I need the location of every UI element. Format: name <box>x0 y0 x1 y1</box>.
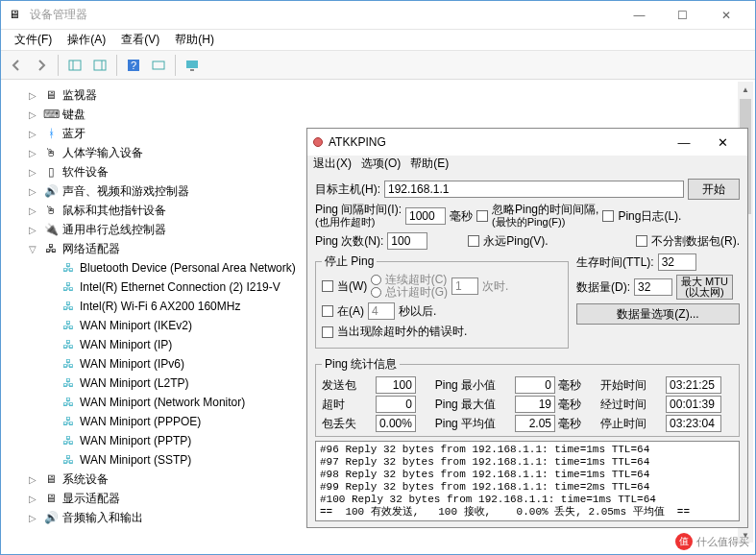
expand-icon[interactable]: ▷ <box>26 474 39 485</box>
host-input[interactable] <box>384 181 684 198</box>
expand-icon[interactable]: ▷ <box>26 205 39 216</box>
count-input[interactable] <box>387 232 427 250</box>
adapter-icon: 🖧 <box>61 414 76 429</box>
child-label: WAN Miniport (PPTP) <box>80 434 191 447</box>
min-val <box>515 376 555 394</box>
ignore-label: 忽略Ping的时间间隔, <box>492 203 598 216</box>
in-checkbox[interactable] <box>322 305 333 317</box>
adapter-icon: 🖧 <box>61 395 76 410</box>
max-val <box>515 396 555 413</box>
maximize-button[interactable]: ☐ <box>661 2 704 29</box>
menu-view[interactable]: 查看(V) <box>113 30 167 50</box>
timeout-val <box>376 396 416 413</box>
stop-fieldset: 停止 Ping 当(W) 连续超时(C) 总计超时(G) 次时. 在(A) 秒以… <box>315 253 569 349</box>
start-time-val <box>666 376 721 394</box>
svg-rect-0 <box>69 60 81 70</box>
adapter-icon: 🖧 <box>61 260 76 276</box>
stats-fieldset: Ping 统计信息 发送包 Ping 最小值 毫秒 开始时间 超时 Ping 最… <box>315 356 740 437</box>
in-label: 在(A) <box>337 303 364 320</box>
back-icon[interactable] <box>5 54 28 77</box>
elapsed-val <box>666 396 721 413</box>
expand-icon[interactable]: ▷ <box>26 494 39 504</box>
node-label: 软件设备 <box>62 164 109 181</box>
cont-radio[interactable] <box>371 275 381 285</box>
forever-label: 永远Ping(V). <box>483 233 548 250</box>
device-icon: 🖧 <box>43 241 59 256</box>
adapter-icon: 🖧 <box>61 452 76 468</box>
minimize-button[interactable]: — <box>618 2 661 29</box>
svg-rect-2 <box>94 60 106 70</box>
total-radio[interactable] <box>371 287 381 298</box>
forever-checkbox[interactable] <box>468 235 479 247</box>
start-button[interactable]: 开始 <box>688 179 740 200</box>
log-checkbox[interactable] <box>602 210 614 222</box>
adapter-icon: 🖧 <box>61 337 76 352</box>
nofrag-label: 不分割数据包(R). <box>651 233 740 250</box>
node-label: 人体学输入设备 <box>62 145 143 161</box>
avg-val <box>515 415 555 432</box>
max-mtu-button[interactable]: 最大 MTU(以太网) <box>676 275 733 300</box>
node-label: 通用串行总线控制器 <box>62 222 166 238</box>
expand-icon[interactable]: ▷ <box>26 225 39 235</box>
interval-input[interactable] <box>405 207 446 225</box>
expand-icon[interactable]: ▷ <box>26 90 39 101</box>
scan-icon[interactable] <box>147 54 170 77</box>
size-options-button[interactable]: 数据量选项(Z)... <box>576 303 740 325</box>
ping-log-output[interactable]: #96 Reply 32 bytes from 192.168.1.1: tim… <box>315 441 740 521</box>
ping-window: ATKKPING — ✕ 退出(X) 选项(O) 帮助(E) 目标主机(H): … <box>306 128 748 528</box>
menu-action[interactable]: 操作(A) <box>60 30 113 50</box>
device-icon: 🖥 <box>43 87 59 103</box>
timeout-label: 超时 <box>322 397 368 413</box>
monitor-icon[interactable] <box>181 54 204 77</box>
scroll-up-icon[interactable]: ▲ <box>738 82 753 97</box>
svg-rect-6 <box>153 61 164 69</box>
stop-legend: 停止 Ping <box>322 253 377 270</box>
expand-icon[interactable]: ▷ <box>26 109 39 120</box>
size-label: 数据量(D): <box>576 279 630 296</box>
times-input <box>451 278 478 295</box>
expand-icon[interactable]: ▷ <box>26 513 39 523</box>
expand-icon[interactable]: ▷ <box>26 148 39 158</box>
host-label: 目标主机(H): <box>315 181 380 198</box>
ttl-input[interactable] <box>658 253 696 271</box>
when-checkbox[interactable] <box>322 280 333 292</box>
other-err-checkbox[interactable] <box>322 326 333 338</box>
node-label: 声音、视频和游戏控制器 <box>62 183 189 200</box>
ping-menu-exit[interactable]: 退出(X) <box>313 156 352 175</box>
watermark-text: 什么值得买 <box>696 535 749 549</box>
tree-node[interactable]: ▷⌨键盘 <box>9 105 738 124</box>
ttl-label: 生存时间(TTL): <box>576 254 654 271</box>
expand-icon[interactable]: ▷ <box>26 167 39 178</box>
expand-icon[interactable]: ▷ <box>26 186 39 197</box>
expand-icon[interactable]: ▽ <box>26 244 39 254</box>
forward-icon[interactable] <box>30 54 53 77</box>
ping-minimize[interactable]: — <box>665 135 703 150</box>
watermark: 值 什么值得买 <box>675 533 749 550</box>
ping-close[interactable]: ✕ <box>703 135 742 150</box>
tree-node[interactable]: ▷🖥监视器 <box>9 85 738 105</box>
help-icon[interactable]: ? <box>122 54 145 77</box>
ping-menu-options[interactable]: 选项(O) <box>361 156 401 175</box>
show-hide-icon[interactable] <box>63 54 86 77</box>
menu-file[interactable]: 文件(F) <box>7 30 60 50</box>
stats-legend: Ping 统计信息 <box>322 356 400 373</box>
size-input[interactable] <box>634 278 672 296</box>
sent-val <box>376 376 416 394</box>
expand-icon[interactable]: ▷ <box>26 129 39 139</box>
min-label: Ping 最小值 <box>435 377 507 394</box>
ping-app-icon <box>313 137 323 147</box>
ignore-checkbox[interactable] <box>476 210 488 222</box>
node-label: 监视器 <box>62 87 97 104</box>
device-icon: ⌨ <box>43 107 59 122</box>
nofrag-checkbox[interactable] <box>636 235 647 247</box>
close-button[interactable]: ✕ <box>704 2 747 29</box>
ignore-sublabel: (最快的Ping(F)) <box>492 216 565 228</box>
menu-help[interactable]: 帮助(H) <box>167 30 222 50</box>
interval-label: Ping 间隔时间(I): <box>315 203 402 216</box>
app-icon: 🖥 <box>9 8 24 23</box>
when-label: 当(W) <box>337 278 367 295</box>
ping-titlebar[interactable]: ATKKPING — ✕ <box>307 129 747 156</box>
titlebar: 🖥 设备管理器 — ☐ ✕ <box>1 1 755 30</box>
properties-icon[interactable] <box>88 54 111 77</box>
ping-menu-help[interactable]: 帮助(E) <box>410 156 449 175</box>
